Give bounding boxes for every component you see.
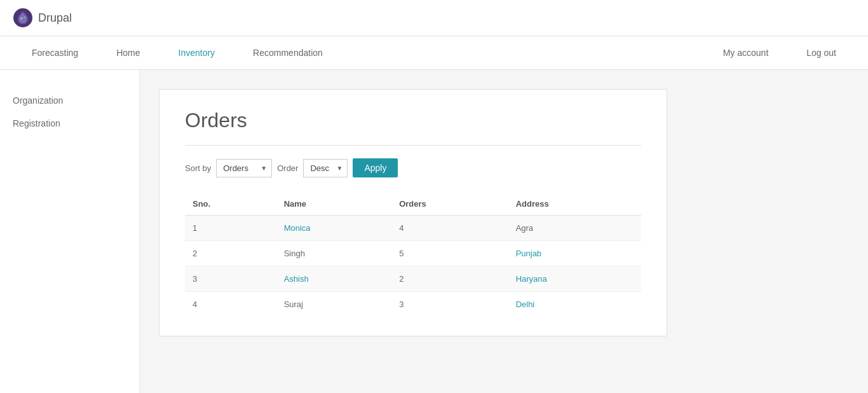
cell-address: Punjab [508, 241, 641, 266]
table-row: 2 Singh 5 Punjab [185, 241, 641, 266]
nav-right: My account Log out [704, 36, 855, 69]
nav-item-home[interactable]: Home [97, 36, 159, 69]
table-row: 4 Suraj 3 Delhi [185, 292, 641, 317]
svg-point-1 [20, 17, 23, 20]
order-wrapper: Desc Asc [303, 159, 348, 177]
order-select[interactable]: Desc Asc [303, 159, 348, 177]
svg-point-2 [24, 17, 26, 18]
sidebar-item-registration[interactable]: Registration [13, 112, 126, 135]
main-content: Orders Sort by Orders Name Address Order… [140, 70, 868, 393]
layout: Organization Registration Orders Sort by… [0, 70, 868, 393]
cell-sno: 3 [185, 266, 276, 292]
filter-row: Sort by Orders Name Address Order Desc A… [185, 158, 641, 177]
table-row: 3 Ashish 2 Haryana [185, 266, 641, 292]
cell-name: Monica [276, 216, 392, 241]
nav-item-recommendation[interactable]: Recommendation [234, 36, 342, 69]
cell-name: Singh [276, 241, 392, 266]
nav-item-forecasting[interactable]: Forecasting [13, 36, 97, 69]
col-name: Name [276, 193, 392, 216]
cell-name: Ashish [276, 266, 392, 292]
nav-left: Forecasting Home Inventory Recommendatio… [13, 36, 704, 69]
orders-table: Sno. Name Orders Address 1 Monica 4 Agra… [185, 193, 641, 317]
table-row: 1 Monica 4 Agra [185, 216, 641, 241]
app-name: Drupal [38, 11, 72, 25]
nav-item-inventory[interactable]: Inventory [159, 36, 234, 69]
apply-button[interactable]: Apply [353, 158, 398, 177]
cell-address: Agra [508, 216, 641, 241]
page-title: Orders [185, 109, 641, 132]
sort-by-select[interactable]: Orders Name Address [216, 159, 272, 177]
header: Drupal [0, 0, 868, 36]
cell-orders: 3 [391, 292, 508, 317]
drupal-logo-icon [13, 8, 33, 28]
table-body: 1 Monica 4 Agra 2 Singh 5 Punjab 3 Ashis… [185, 216, 641, 317]
sidebar-item-organization[interactable]: Organization [13, 89, 126, 112]
table-header-row: Sno. Name Orders Address [185, 193, 641, 216]
sort-by-wrapper: Orders Name Address [216, 159, 272, 177]
cell-address: Delhi [508, 292, 641, 317]
main-nav: Forecasting Home Inventory Recommendatio… [0, 36, 868, 70]
sort-by-label: Sort by [185, 163, 211, 173]
nav-item-logout[interactable]: Log out [787, 36, 855, 69]
table-head: Sno. Name Orders Address [185, 193, 641, 216]
col-address: Address [508, 193, 641, 216]
cell-sno: 1 [185, 216, 276, 241]
col-orders: Orders [391, 193, 508, 216]
cell-address: Haryana [508, 266, 641, 292]
col-sno: Sno. [185, 193, 276, 216]
logo-area: Drupal [13, 8, 72, 28]
order-label: Order [277, 163, 298, 173]
cell-sno: 4 [185, 292, 276, 317]
cell-name: Suraj [276, 292, 392, 317]
nav-item-my-account[interactable]: My account [704, 36, 788, 69]
cell-orders: 5 [391, 241, 508, 266]
cell-orders: 2 [391, 266, 508, 292]
orders-card: Orders Sort by Orders Name Address Order… [159, 89, 667, 336]
cell-sno: 2 [185, 241, 276, 266]
sidebar: Organization Registration [0, 70, 140, 393]
title-divider [185, 145, 641, 146]
cell-orders: 4 [391, 216, 508, 241]
